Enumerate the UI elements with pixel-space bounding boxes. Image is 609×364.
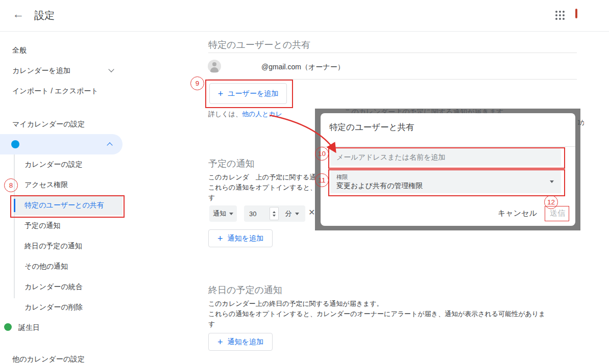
permission-select-label: 権限: [336, 173, 348, 181]
time-unit-value: 分: [285, 209, 292, 218]
sidebar-item-calendar-settings[interactable]: カレンダーの設定: [25, 160, 83, 169]
plus-icon: +: [217, 337, 223, 347]
allday-notifications-desc-line3: す: [208, 320, 215, 329]
sidebar-active-indicator: [14, 199, 15, 212]
header-bar: ← 設定: [0, 0, 609, 32]
sidebar-item-import-export[interactable]: インポート / エクスポート: [12, 87, 99, 96]
allday-notifications-desc-line1: このカレンダー上の終日の予定に関する通知が届きます。: [208, 299, 383, 308]
add-notification-button-label: 通知を追加: [228, 234, 263, 243]
annotation-number-9: 9: [190, 76, 204, 90]
allday-notifications-heading: 終日の予定の通知: [208, 284, 282, 296]
sidebar-item-access-permissions[interactable]: アクセス権限: [25, 180, 68, 190]
chevron-down-icon: [108, 66, 114, 72]
add-notification-button[interactable]: + 通知を追加: [208, 229, 273, 247]
event-notifications-heading: 予定の通知: [208, 158, 254, 170]
info-prefix-text: 詳しくは、: [208, 110, 242, 118]
event-notifications-desc-line3: す: [208, 193, 215, 202]
clipped-text-fragment: 知が: [578, 118, 584, 126]
caret-down-icon: [295, 213, 299, 215]
permission-select-value: 変更および共有の管理権限: [336, 181, 423, 191]
sidebar-item-integrate-calendar[interactable]: カレンダーの統合: [25, 282, 83, 292]
notification-type-dropdown[interactable]: 通知: [209, 205, 237, 222]
minutes-stepper[interactable]: 30: [244, 205, 281, 222]
caret-down-icon: [550, 180, 554, 183]
share-with-specific-people-dialog: 特定のユーザーと共有 権限 変更および共有の管理権限 キャンセル 送信: [321, 113, 575, 226]
add-allday-notification-button[interactable]: + 通知を追加: [208, 333, 273, 351]
cancel-button[interactable]: キャンセル: [498, 209, 537, 218]
sidebar-item-event-notifications[interactable]: 予定の通知: [25, 221, 60, 230]
sidebar-item-other-notifications[interactable]: その他の通知: [25, 262, 68, 271]
sidebar-item-add-calendar[interactable]: カレンダーを追加: [12, 66, 70, 75]
sidebar-section-my-calendars: マイカレンダーの設定: [12, 120, 85, 129]
sidebar-indent-line: [14, 154, 15, 298]
page-title: 設定: [34, 9, 55, 22]
sidebar-item-birthdays[interactable]: 誕生日: [18, 323, 40, 332]
account-avatar-partial[interactable]: [575, 9, 577, 18]
back-arrow-icon[interactable]: ←: [12, 7, 24, 21]
add-user-button-label: ユーザーを追加: [228, 89, 278, 98]
annotation-number-8: 8: [4, 178, 18, 192]
sidebar-section-other-calendars: 他のカレンダーの設定: [12, 355, 85, 364]
plus-icon: +: [218, 89, 224, 98]
owner-avatar: [208, 60, 221, 73]
time-unit-dropdown[interactable]: 分: [279, 205, 305, 222]
add-allday-notification-button-label: 通知を追加: [228, 337, 263, 347]
annotation-number-10: 10: [315, 147, 329, 161]
notification-type-value: 通知: [213, 209, 226, 218]
permission-select[interactable]: 権限 変更および共有の管理権限: [330, 170, 561, 193]
birthday-calendar-dot: [4, 323, 12, 331]
sidebar-item-share-with-specific-people[interactable]: 特定のユーザーとの共有: [25, 201, 104, 210]
minutes-value: 30: [249, 210, 256, 218]
sharing-section-heading: 特定のユーザーとの共有: [208, 39, 310, 51]
remove-notification-icon[interactable]: ✕: [308, 207, 315, 217]
divider: [208, 79, 577, 80]
add-user-button[interactable]: + ユーザーを追加: [209, 83, 287, 104]
owner-email-label: @gmail.com（オーナー）: [261, 63, 345, 72]
email-or-name-input[interactable]: [330, 148, 561, 166]
dialog-divider: [321, 146, 575, 147]
sidebar-item-remove-calendar[interactable]: カレンダーの削除: [25, 303, 83, 312]
send-button-disabled[interactable]: 送信: [550, 209, 565, 218]
plus-icon: +: [217, 234, 223, 243]
annotation-number-12: 12: [544, 195, 558, 209]
annotation-number-11: 11: [315, 173, 329, 187]
spinner-icon[interactable]: [270, 207, 279, 220]
calendar-color-dot: [11, 140, 19, 148]
sidebar-item-allday-notifications[interactable]: 終日の予定の通知: [25, 242, 82, 251]
apps-grid-icon[interactable]: [555, 11, 565, 20]
google-calendar-settings-screen: ← 設定 全般 カレンダーを追加 インポート / エクスポート マイカレンダーの…: [0, 0, 609, 364]
sidebar-item-general[interactable]: 全般: [12, 46, 27, 55]
divider: [208, 53, 577, 53]
caret-down-icon: [229, 213, 233, 215]
allday-notifications-desc-line2: これらの通知をオプトインすると、カレンダーのオーナーにアラートが届き、通知が表示…: [208, 309, 545, 319]
annotation-arrow: [265, 111, 342, 160]
